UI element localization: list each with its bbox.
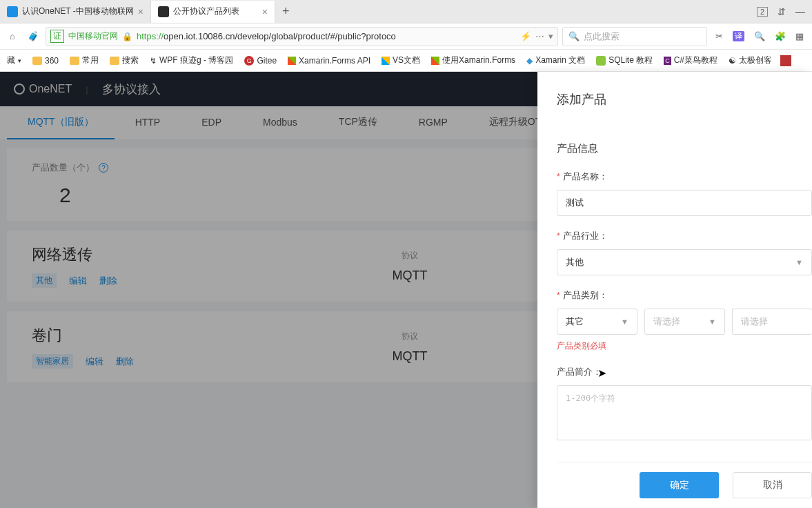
search-icon: 🔍 [568,31,580,41]
bookmark-item[interactable]: CC#菜鸟教程 [661,53,720,68]
favicon-icon [158,6,169,17]
cert-badge: 证 [50,30,64,43]
minimize-icon[interactable]: — [795,6,805,17]
chevron-down-icon[interactable]: ▾ [548,31,553,41]
scissors-icon[interactable]: ✂ [715,31,723,41]
bookmark-item[interactable]: 常用 [67,53,101,68]
category-select-3[interactable]: 请选择 [732,309,812,335]
name-label: *产品名称： [557,170,812,183]
tab-title: 认识OneNET -中国移动物联网 [22,6,134,17]
browser-tab[interactable]: 认识OneNET -中国移动物联网 × [0,1,151,23]
briefcase-icon[interactable]: 🧳 [25,28,41,45]
home-icon[interactable]: ⌂ [4,28,21,45]
industry-label: *产品行业： [557,230,812,242]
bookmarks-bar: 藏▾ 360 常用 搜索 ↯WPF 痕迹g - 博客园 GGitee Xamar… [0,50,812,72]
folder-icon [32,57,42,65]
folder-icon [70,57,79,65]
tab-title: 公开协议产品列表 [173,6,258,17]
close-icon[interactable]: × [138,6,143,17]
bookmark-item[interactable]: Xamarin.Forms API [285,55,373,67]
browser-tab-strip: 认识OneNET -中国移动物联网 × 公开协议产品列表 × + 2 ⇵ — [0,0,812,23]
bookmark-item[interactable]: VS文档 [379,53,423,68]
category-label: *产品类别： [557,289,812,302]
url-text: https://open.iot.10086.cn/develop/global… [137,31,396,41]
chevron-down-icon: ▼ [709,318,716,326]
close-icon[interactable]: × [262,6,268,17]
chevron-down-icon: ▼ [795,258,803,266]
taichi-icon: ☯ [729,56,736,66]
bookmark-item[interactable]: 360 [30,55,61,67]
search-placeholder: 点此搜索 [584,30,620,43]
url-input[interactable]: 证 中国移动官网 🔒 https://open.iot.10086.cn/dev… [46,27,558,46]
search-icon[interactable]: 🔍 [754,31,765,41]
sqlite-icon [596,56,606,66]
ms-icon [382,57,390,65]
bookmark-item[interactable]: SQLite 教程 [593,53,655,68]
puzzle-icon[interactable]: 🧩 [775,31,786,41]
section-title: 产品信息 [557,142,812,155]
wpf-icon: ↯ [150,56,157,66]
bookmark-item[interactable]: 使用Xamarin.Forms [428,53,518,68]
chevron-down-icon: ▼ [621,318,628,326]
xamarin-icon: ◆ [526,56,533,66]
category-error: 产品类别必填 [557,340,812,352]
industry-select[interactable]: 其他▼ [557,249,812,275]
more-icon[interactable]: ⋯ [535,31,544,41]
bookmark-item[interactable]: GGitee [241,55,279,67]
favicon-icon [7,6,18,17]
desc-label: 产品简介： [557,366,812,378]
folder-icon [110,57,119,65]
add-product-drawer: 添加产品 产品信息 *产品名称： *产品行业： 其他▼ *产品类别： 其它▼ 请… [537,72,812,508]
translate-icon[interactable]: 译 [733,31,744,41]
bookmark-item[interactable]: ☯太极创客 [726,53,775,68]
bookmark-item[interactable]: ◆Xamarin 文档 [524,53,588,68]
address-bar: ⌂ 🧳 证 中国移动官网 🔒 https://open.iot.10086.cn… [0,23,812,50]
bookmark-item[interactable]: 搜索 [107,53,141,68]
product-name-input[interactable] [557,190,812,216]
ms-icon [288,57,296,65]
new-tab-button[interactable]: + [275,4,297,19]
bookmark-item[interactable]: 藏▾ [4,53,24,68]
ok-button[interactable]: 确定 [640,472,719,498]
lock-icon: 🔒 [122,32,132,41]
cancel-button[interactable]: 取消 [733,472,812,498]
category-select-1[interactable]: 其它▼ [557,309,637,335]
drawer-title: 添加产品 [557,91,812,108]
window-count-badge[interactable]: 2 [757,7,768,17]
site-name: 中国移动官网 [68,30,118,42]
apps-icon[interactable]: ▦ [795,31,804,41]
search-input[interactable]: 🔍 点此搜索 [562,27,707,46]
bookmark-item[interactable] [780,55,791,66]
bookmark-item[interactable]: ↯WPF 痕迹g - 博客园 [147,53,236,68]
ms-icon [431,57,439,65]
browser-tab-active[interactable]: 公开协议产品列表 × [151,1,275,23]
category-select-2[interactable]: 请选择▼ [644,309,725,335]
lightning-icon[interactable]: ⚡ [520,31,531,41]
extensions-icon[interactable]: ⇵ [778,6,786,17]
csharp-icon: C [664,57,671,65]
gitee-icon: G [244,56,254,66]
desc-textarea[interactable] [557,385,812,440]
